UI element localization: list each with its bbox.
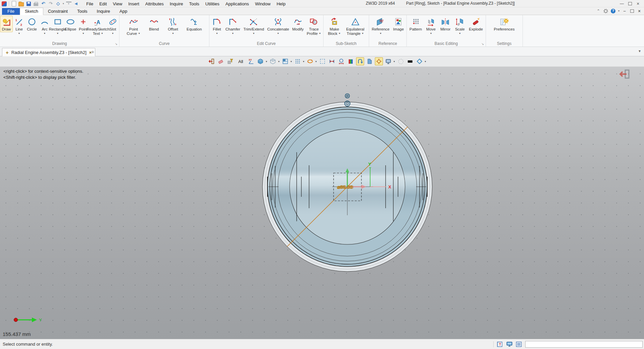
open-file-icon[interactable]: [18, 1, 24, 6]
doc-close-icon[interactable]: ×: [636, 8, 643, 14]
redo-icon[interactable]: ↷: [48, 1, 53, 6]
sketch-canvas[interactable]: All XY ▼ ▼ ▼ ▼ ▼ ▼ ▼: [0, 56, 644, 339]
explode-icon: [471, 16, 481, 27]
drawing-dialog-launcher-icon[interactable]: ↘: [115, 42, 117, 46]
svg-text:2: 2: [20, 23, 22, 26]
circle-button[interactable]: Circle: [26, 16, 38, 32]
display-monitor-icon[interactable]: [506, 342, 512, 347]
close-icon[interactable]: ×: [634, 0, 642, 7]
ribbon-group-sub-sketch: Make Block▼ Equilateral Triangle▼ Sub-Sk…: [324, 15, 369, 47]
scale-button[interactable]: Scale ▼: [453, 16, 466, 36]
doc-restore-icon[interactable]: [629, 8, 635, 14]
reference-icon: REF: [376, 16, 385, 27]
readysketch-text-button[interactable]: A ReadySketch Text▼: [90, 16, 106, 36]
draw-button[interactable]: Draw: [0, 16, 13, 32]
document-tab-active[interactable]: + Radial Engine Assembly.Z3 - [Sketch2] …: [2, 48, 95, 56]
help-icon[interactable]: ?: [610, 8, 616, 14]
chamfer-button[interactable]: Chamfer ▼: [225, 16, 241, 36]
status-bar: Select command or entity. T: [0, 339, 644, 349]
modify-button[interactable]: Modify: [291, 16, 305, 32]
menu-edit[interactable]: Edit: [96, 1, 110, 6]
document-title: Part [Ring], Sketch - [Radial Engine Ass…: [406, 1, 515, 6]
document-tab-label: Radial Engine Assembly.Z3 - [Sketch2]: [11, 50, 87, 55]
fillet-icon: [212, 16, 221, 27]
back-icon[interactable]: ◀: [73, 1, 79, 6]
ellipse-icon: [66, 16, 75, 27]
settings-gear-icon[interactable]: [602, 8, 609, 14]
command-log-icon[interactable]: [516, 342, 522, 347]
image-button[interactable]: Image: [392, 16, 405, 32]
menu-help[interactable]: Help: [274, 1, 289, 6]
menu-tools[interactable]: Tools: [186, 1, 202, 6]
offset-button[interactable]: Offset ▼: [166, 16, 179, 36]
menu-insert[interactable]: Insert: [125, 1, 142, 6]
point-button[interactable]: Point ▼: [77, 16, 90, 36]
fillet-button[interactable]: Fillet ▼: [210, 16, 223, 36]
blend-button[interactable]: Blend: [148, 16, 160, 32]
menu-attributes[interactable]: Attributes: [142, 1, 167, 6]
tab-app[interactable]: App: [115, 8, 132, 15]
readysketch-text-icon: A: [93, 16, 103, 27]
menu-window[interactable]: Window: [252, 1, 274, 6]
mirror-button[interactable]: Mirror: [439, 16, 452, 32]
reference-button[interactable]: REF Reference ▼: [371, 16, 391, 36]
view-navigate-icon[interactable]: ◇: [55, 1, 61, 6]
input-format-icon[interactable]: T: [497, 342, 503, 347]
move-button[interactable]: Move ▼: [425, 16, 437, 36]
help-caret-icon[interactable]: ▾: [617, 8, 621, 14]
save-icon[interactable]: [26, 1, 31, 6]
app-logo-icon[interactable]: [1, 1, 7, 6]
arc-button[interactable]: Arc ▼: [38, 16, 51, 36]
command-input[interactable]: [525, 341, 643, 348]
image-icon: [394, 16, 403, 27]
trim-extend-button[interactable]: Trim/Extend ▼: [242, 16, 265, 36]
reorder-icon[interactable]: ▼: [66, 2, 71, 6]
pattern-icon: [411, 16, 420, 27]
svg-text:Σ: Σ: [194, 20, 197, 26]
restore-icon[interactable]: [626, 0, 634, 7]
concatenate-button[interactable]: Concatenate ▼: [266, 16, 290, 36]
menu-utilities[interactable]: Utilities: [202, 1, 222, 6]
document-tab-bar: + Radial Engine Assembly.Z3 - [Sketch2] …: [0, 47, 644, 56]
trace-profile-button[interactable]: Trace Profile▼: [306, 16, 322, 36]
group-label-sub-sketch: Sub-Sketch: [336, 41, 356, 46]
basic-editing-dialog-launcher-icon[interactable]: ↘: [481, 42, 484, 46]
new-file-icon[interactable]: [11, 1, 16, 6]
menu-applications[interactable]: Applications: [222, 1, 252, 6]
equilateral-triangle-button[interactable]: Equilateral Triangle▼: [345, 16, 365, 36]
minimize-icon[interactable]: —: [618, 0, 626, 7]
menu-inquire[interactable]: Inquire: [167, 1, 186, 6]
tab-tools[interactable]: Tools: [72, 8, 92, 15]
view-triad: Y: [14, 317, 42, 323]
preferences-button[interactable]: Preferences: [493, 16, 515, 32]
divider: [493, 341, 494, 347]
axis-x-label: X: [388, 184, 391, 189]
pattern-button[interactable]: Pattern: [408, 16, 423, 32]
make-block-button[interactable]: Make Block▼: [327, 16, 342, 36]
point-curve-button[interactable]: Point Curve▼: [126, 16, 142, 36]
group-label-drawing: Drawing: [52, 41, 67, 46]
equation-button[interactable]: Σ Equation: [186, 16, 203, 32]
tab-list-chevron-icon[interactable]: ▼: [638, 49, 641, 53]
scale-readout: 155.437 mm: [3, 331, 31, 337]
ellipse-button[interactable]: Ellipse: [64, 16, 77, 32]
menu-file[interactable]: File: [83, 1, 96, 6]
explode-button[interactable]: Explode: [468, 16, 484, 32]
circle-icon: [27, 16, 37, 27]
new-tab-icon[interactable]: +: [91, 49, 94, 55]
tab-file[interactable]: File: [2, 8, 20, 15]
rectangle-button[interactable]: Rectangle ▼: [51, 16, 64, 36]
menu-view[interactable]: View: [110, 1, 125, 6]
navigate-caret-icon[interactable]: ▾: [63, 2, 64, 5]
tab-inquire[interactable]: Inquire: [92, 8, 115, 15]
print-icon[interactable]: [33, 1, 39, 6]
tab-sketch[interactable]: Sketch: [20, 8, 43, 15]
slot-button[interactable]: Slot ▼: [106, 16, 119, 36]
rectangle-icon: [53, 16, 62, 27]
line-button[interactable]: 12 Line ▼: [13, 16, 26, 36]
tab-constraint[interactable]: Constraint: [43, 8, 72, 15]
axis-y-label: Y: [368, 162, 371, 167]
doc-minimize-icon[interactable]: –: [621, 8, 628, 14]
collapse-ribbon-icon[interactable]: ⌃: [595, 8, 602, 14]
undo-icon[interactable]: ↶: [41, 1, 46, 6]
